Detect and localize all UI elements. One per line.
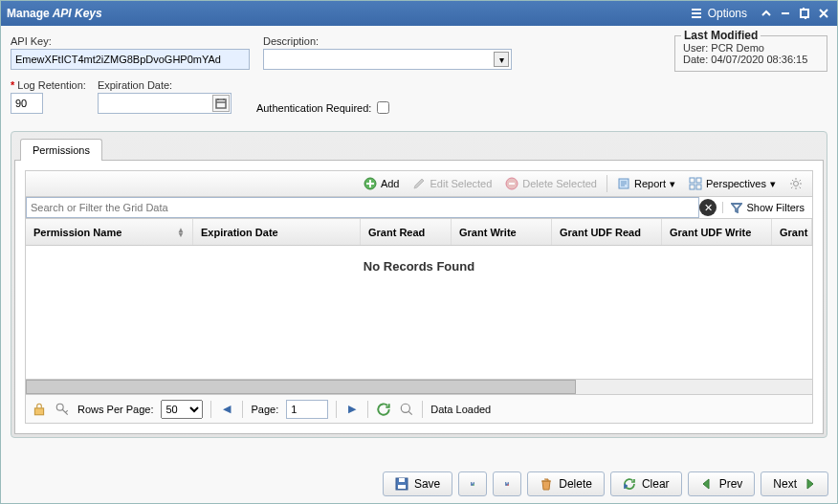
save-delete-button[interactable] bbox=[493, 471, 521, 496]
description-label: Description: bbox=[263, 35, 512, 47]
clear-search-icon[interactable]: ✕ bbox=[699, 199, 717, 216]
clear-button[interactable]: Clear bbox=[610, 471, 682, 496]
chevron-down-icon: ▾ bbox=[670, 178, 675, 190]
rows-per-page-select[interactable]: 50 bbox=[161, 400, 203, 419]
pager-status: Data Loaded bbox=[430, 404, 491, 415]
show-filters-button[interactable]: Show Filters bbox=[722, 202, 812, 213]
col-grant-udf-write[interactable]: Grant UDF Write bbox=[662, 219, 772, 245]
lm-user-value: PCR Demo bbox=[711, 42, 764, 54]
calendar-icon[interactable] bbox=[212, 95, 230, 112]
grid-search-input[interactable] bbox=[26, 197, 699, 218]
col-grant-read[interactable]: Grant Read bbox=[361, 219, 452, 245]
options-button[interactable]: Options bbox=[685, 6, 747, 21]
close-icon[interactable] bbox=[816, 6, 831, 21]
lock-icon[interactable] bbox=[32, 402, 47, 417]
svg-rect-0 bbox=[801, 10, 808, 17]
refresh-icon[interactable] bbox=[376, 402, 391, 417]
next-page-icon[interactable]: ▶ bbox=[344, 402, 360, 417]
col-expiration-date[interactable]: Expiration Date bbox=[193, 219, 361, 245]
svg-rect-20 bbox=[506, 482, 508, 483]
api-key-input[interactable] bbox=[11, 49, 250, 70]
page-label: Page: bbox=[251, 404, 278, 415]
page-input[interactable] bbox=[286, 400, 328, 419]
collapse-icon[interactable] bbox=[778, 6, 793, 21]
grid-header: Permission Name▲▼ Expiration Date Grant … bbox=[25, 219, 813, 246]
auth-required-label: Authentication Required: bbox=[256, 102, 371, 114]
log-retention-input[interactable] bbox=[11, 93, 43, 114]
gear-icon[interactable] bbox=[785, 175, 806, 192]
prev-button[interactable]: Prev bbox=[688, 471, 756, 496]
tab-permissions[interactable]: Permissions bbox=[20, 139, 102, 161]
delete-selected-button[interactable]: Delete Selected bbox=[501, 175, 601, 192]
svg-rect-1 bbox=[216, 99, 226, 108]
expiration-date-label: Expiration Date: bbox=[98, 79, 232, 91]
window-title-strong: Manage bbox=[7, 7, 50, 20]
svg-rect-15 bbox=[398, 485, 406, 489]
svg-rect-10 bbox=[34, 407, 43, 414]
save-button[interactable]: Save bbox=[383, 471, 452, 496]
expiration-date-input[interactable] bbox=[98, 93, 232, 114]
horizontal-scrollbar[interactable] bbox=[25, 380, 813, 395]
col-grant-rename[interactable]: Grant Ren bbox=[772, 219, 812, 245]
col-grant-write[interactable]: Grant Write bbox=[452, 219, 552, 245]
last-modified-legend: Last Modified bbox=[681, 29, 761, 42]
next-button[interactable]: Next bbox=[761, 471, 828, 496]
minimize-icon[interactable] bbox=[759, 6, 774, 21]
svg-rect-17 bbox=[472, 482, 474, 483]
description-input[interactable] bbox=[263, 49, 512, 70]
svg-point-12 bbox=[402, 404, 410, 412]
options-label: Options bbox=[708, 7, 747, 20]
svg-rect-5 bbox=[690, 178, 695, 183]
prev-page-icon[interactable]: ◀ bbox=[219, 402, 234, 417]
description-expand-icon[interactable]: ▾ bbox=[494, 52, 509, 67]
auth-required-checkbox[interactable] bbox=[377, 101, 389, 114]
sort-icon: ▲▼ bbox=[177, 228, 185, 237]
list-icon bbox=[689, 6, 704, 21]
lm-user-label: User: bbox=[683, 42, 708, 54]
lm-date-label: Date: bbox=[683, 54, 708, 65]
report-button[interactable]: Report ▾ bbox=[613, 175, 679, 192]
edit-selected-button[interactable]: Edit Selected bbox=[408, 175, 496, 192]
svg-rect-14 bbox=[399, 478, 405, 482]
api-key-label: API Key: bbox=[11, 35, 250, 47]
col-grant-udf-read[interactable]: Grant UDF Read bbox=[552, 219, 662, 245]
chevron-down-icon: ▾ bbox=[770, 178, 776, 190]
window-titlebar: Manage API Keys Options bbox=[1, 1, 837, 26]
maximize-icon[interactable] bbox=[797, 6, 812, 21]
add-button[interactable]: Add bbox=[360, 175, 404, 192]
window-title-italic: API Keys bbox=[53, 7, 102, 20]
svg-rect-7 bbox=[690, 185, 695, 189]
delete-button[interactable]: Delete bbox=[527, 471, 605, 496]
key-icon[interactable] bbox=[55, 402, 70, 417]
lm-date-value: 04/07/2020 08:36:15 bbox=[711, 54, 807, 65]
log-retention-label: Log Retention: bbox=[11, 79, 86, 91]
perspectives-button[interactable]: Perspectives ▾ bbox=[685, 175, 780, 192]
svg-rect-8 bbox=[696, 185, 701, 189]
svg-point-9 bbox=[794, 182, 799, 186]
last-modified-box: Last Modified User: PCR Demo Date: 04/07… bbox=[674, 35, 827, 72]
svg-rect-6 bbox=[696, 178, 701, 183]
save-new-button[interactable] bbox=[458, 471, 487, 496]
col-permission-name[interactable]: Permission Name▲▼ bbox=[26, 219, 193, 245]
grid-body: No Records Found bbox=[25, 246, 813, 380]
grid-empty-text: No Records Found bbox=[364, 259, 474, 274]
rows-per-page-label: Rows Per Page: bbox=[77, 404, 153, 415]
zoom-icon[interactable] bbox=[399, 402, 414, 417]
